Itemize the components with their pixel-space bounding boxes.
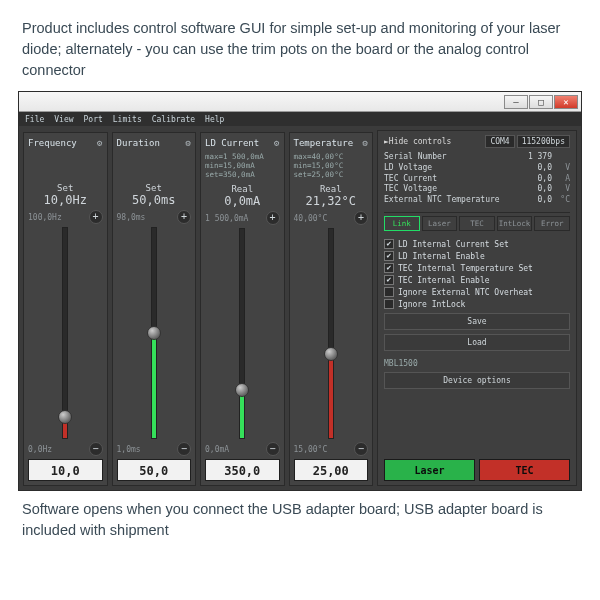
readout-key: Serial Number	[384, 152, 447, 163]
decrement-button[interactable]: −	[89, 442, 103, 456]
slider[interactable]	[117, 227, 192, 439]
increment-button[interactable]: +	[89, 210, 103, 224]
checkbox-row[interactable]: ✔ TEC Internal Temperature Set	[384, 263, 570, 273]
checkbox-label: LD Internal Current Set	[398, 240, 509, 249]
app-window: — □ ✕ File View Port Limits Calibrate He…	[18, 91, 582, 491]
menu-file[interactable]: File	[25, 115, 44, 124]
increment-button[interactable]: +	[266, 211, 280, 225]
readout-value: 0,0	[538, 174, 552, 185]
gear-icon[interactable]: ⚙	[363, 138, 368, 148]
menu-limits[interactable]: Limits	[113, 115, 142, 124]
panel-title: LD Current	[205, 138, 259, 148]
checkbox-row[interactable]: ✔ LD Internal Current Set	[384, 239, 570, 249]
checkbox-row[interactable]: Ignore External NTC Overheat	[384, 287, 570, 297]
increment-button[interactable]: +	[177, 210, 191, 224]
value-input[interactable]: 10,0	[28, 459, 103, 481]
panel-mode: Real 0,0mA	[205, 184, 280, 208]
decrement-button[interactable]: −	[354, 442, 368, 456]
readout-value: 0,0	[538, 163, 552, 174]
side-panel: ►Hide controls COM4 115200bps Serial Num…	[377, 130, 577, 486]
slider[interactable]	[294, 228, 369, 439]
panel-ld-current: LD Current ⚙ max=1 500,0mA min=15,00mA s…	[200, 132, 285, 486]
checkbox-label: TEC Internal Temperature Set	[398, 264, 533, 273]
readout-unit: A	[556, 174, 570, 185]
main-area: Frequency ⚙ Set 10,0Hz 100,0Hz + 0,0Hz −…	[19, 126, 581, 490]
panel-mode: Set 10,0Hz	[28, 183, 103, 207]
panel-temperature: Temperature ⚙ max=40,00°C min=15,00°C se…	[289, 132, 374, 486]
menubar: File View Port Limits Calibrate Help	[19, 112, 581, 126]
panel-mode: Set 50,0ms	[117, 183, 192, 207]
panel-title: Frequency	[28, 138, 77, 148]
range-max-label: 1 500,0mA	[205, 214, 248, 223]
panel-limits: max=40,00°C min=15,00°C set=25,00°C	[294, 152, 369, 179]
menu-calibrate[interactable]: Calibrate	[152, 115, 195, 124]
tec-button[interactable]: TEC	[479, 459, 570, 481]
panel-limits: max=1 500,0mA min=15,00mA set=350,0mA	[205, 152, 280, 179]
readout-value: 1 379	[528, 152, 552, 163]
menu-view[interactable]: View	[54, 115, 73, 124]
panels-container: Frequency ⚙ Set 10,0Hz 100,0Hz + 0,0Hz −…	[23, 130, 373, 486]
laser-button[interactable]: Laser	[384, 459, 475, 481]
checkbox-label: TEC Internal Enable	[398, 276, 490, 285]
readout-row: LD Voltage 0,0 V	[384, 163, 570, 174]
maximize-button[interactable]: □	[529, 95, 553, 109]
decrement-button[interactable]: −	[266, 442, 280, 456]
range-min-label: 15,00°C	[294, 445, 328, 454]
menu-port[interactable]: Port	[84, 115, 103, 124]
checkbox-row[interactable]: Ignore IntLock	[384, 299, 570, 309]
hide-controls-toggle[interactable]: ►Hide controls	[384, 137, 451, 146]
gear-icon[interactable]: ⚙	[274, 138, 279, 148]
slider[interactable]	[28, 227, 103, 439]
slider[interactable]	[205, 228, 280, 439]
model-label: MBL1500	[384, 359, 570, 368]
decrement-button[interactable]: −	[177, 442, 191, 456]
status-tab-laser[interactable]: Laser	[422, 216, 458, 231]
readout-row: External NTC Temperature 0,0 °C	[384, 195, 570, 206]
value-input[interactable]: 350,0	[205, 459, 280, 481]
range-min-label: 1,0ms	[117, 445, 141, 454]
load-button[interactable]: Load	[384, 334, 570, 351]
device-options-button[interactable]: Device options	[384, 372, 570, 389]
checkbox-icon: ✔	[384, 251, 394, 261]
menu-help[interactable]: Help	[205, 115, 224, 124]
checkbox-label: Ignore IntLock	[398, 300, 465, 309]
panel-duration: Duration ⚙ Set 50,0ms 98,0ms + 1,0ms − 5…	[112, 132, 197, 486]
range-max-label: 100,0Hz	[28, 213, 62, 222]
checkbox-group: ✔ LD Internal Current Set ✔ LD Internal …	[384, 239, 570, 309]
checkbox-icon	[384, 287, 394, 297]
status-tabs: LinkLaserTECIntLockError	[384, 212, 570, 231]
checkbox-row[interactable]: ✔ LD Internal Enable	[384, 251, 570, 261]
value-input[interactable]: 25,00	[294, 459, 369, 481]
panel-title: Duration	[117, 138, 160, 148]
status-tab-error[interactable]: Error	[534, 216, 570, 231]
panel-frequency: Frequency ⚙ Set 10,0Hz 100,0Hz + 0,0Hz −…	[23, 132, 108, 486]
range-min-label: 0,0mA	[205, 445, 229, 454]
readout-key: TEC Voltage	[384, 184, 437, 195]
status-tab-intlock[interactable]: IntLock	[497, 216, 533, 231]
readout-key: External NTC Temperature	[384, 195, 500, 206]
gear-icon[interactable]: ⚙	[97, 138, 102, 148]
range-min-label: 0,0Hz	[28, 445, 52, 454]
increment-button[interactable]: +	[354, 211, 368, 225]
value-input[interactable]: 50,0	[117, 459, 192, 481]
checkbox-row[interactable]: ✔ TEC Internal Enable	[384, 275, 570, 285]
port-select[interactable]: COM4	[485, 135, 514, 148]
checkbox-label: Ignore External NTC Overheat	[398, 288, 533, 297]
gear-icon[interactable]: ⚙	[186, 138, 191, 148]
minimize-button[interactable]: —	[504, 95, 528, 109]
baud-select[interactable]: 115200bps	[517, 135, 570, 148]
caption-bottom: Software opens when you connect the USB …	[0, 491, 600, 557]
status-tab-tec[interactable]: TEC	[459, 216, 495, 231]
close-button[interactable]: ✕	[554, 95, 578, 109]
save-button[interactable]: Save	[384, 313, 570, 330]
readout-value: 0,0	[538, 184, 552, 195]
checkbox-icon	[384, 299, 394, 309]
readout-row: TEC Voltage 0,0 V	[384, 184, 570, 195]
status-tab-link[interactable]: Link	[384, 216, 420, 231]
readout-row: Serial Number 1 379	[384, 152, 570, 163]
readout-unit: °C	[556, 195, 570, 206]
checkbox-icon: ✔	[384, 239, 394, 249]
readout-key: LD Voltage	[384, 163, 432, 174]
titlebar: — □ ✕	[19, 92, 581, 112]
readout-key: TEC Current	[384, 174, 437, 185]
